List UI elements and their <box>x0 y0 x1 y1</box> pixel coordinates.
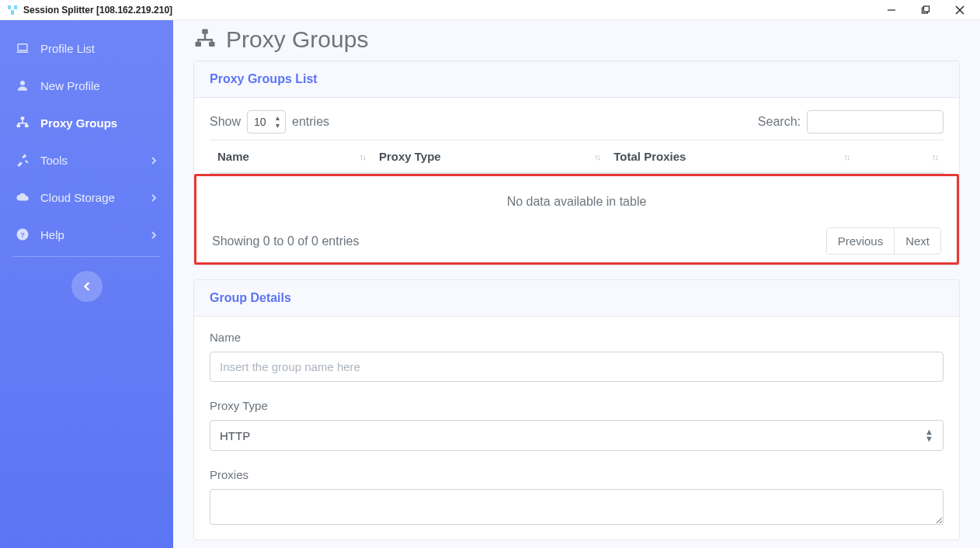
svg-rect-0 <box>8 5 11 9</box>
sidebar-item-cloud-storage[interactable]: Cloud Storage <box>0 179 173 216</box>
select-caret-icon: ▲▼ <box>925 428 933 442</box>
main-content: Proxy Groups Proxy Groups List Show 10 ▴… <box>173 20 980 548</box>
sort-icon: ↑↓ <box>594 152 599 161</box>
group-details-card: Group Details Name Proxy Type HTTP ▲▼ Pr… <box>193 279 960 540</box>
close-icon <box>955 5 964 15</box>
sidebar-item-profile-list[interactable]: Profile List <box>0 29 173 67</box>
sidebar-item-tools[interactable]: Tools <box>0 141 173 179</box>
svg-rect-18 <box>209 41 215 46</box>
svg-point-10 <box>20 81 25 85</box>
sidebar-item-label: Proxy Groups <box>40 116 117 130</box>
proxy-type-select[interactable]: HTTP ▲▼ <box>210 420 944 451</box>
svg-rect-16 <box>202 29 208 33</box>
chevron-right-icon <box>150 228 158 241</box>
window-minimize-button[interactable] <box>874 0 909 20</box>
svg-rect-13 <box>25 124 29 127</box>
svg-rect-8 <box>18 44 27 50</box>
column-name[interactable]: Name↑↓ <box>210 140 371 174</box>
proxy-groups-list-card: Proxy Groups List Show 10 ▴▾ entries <box>193 61 960 265</box>
user-icon <box>16 78 30 92</box>
page-title: Proxy Groups <box>226 26 368 53</box>
sidebar-item-label: Cloud Storage <box>40 191 115 204</box>
sidebar-item-proxy-groups[interactable]: Proxy Groups <box>0 104 173 141</box>
window-maximize-button[interactable] <box>909 0 943 20</box>
svg-rect-5 <box>924 6 930 12</box>
sidebar-item-label: New Profile <box>40 79 100 92</box>
sidebar-item-new-profile[interactable]: New Profile <box>0 67 173 104</box>
tools-icon <box>16 153 30 167</box>
chevron-right-icon <box>150 154 158 167</box>
search-input[interactable] <box>807 110 944 134</box>
highlighted-region: No data available in table Showing 0 to … <box>194 174 959 265</box>
sidebar-item-label: Profile List <box>40 42 95 55</box>
search-label: Search: <box>758 115 801 129</box>
page-header: Proxy Groups <box>193 20 960 61</box>
column-total-proxies[interactable]: Total Proxies↑↓ <box>606 140 855 174</box>
pagination: Previous Next <box>826 227 941 255</box>
next-button[interactable]: Next <box>894 228 940 254</box>
sidebar-item-label: Tools <box>40 154 68 167</box>
show-label: Show <box>210 115 241 129</box>
name-label: Name <box>210 331 944 344</box>
sidebar-item-label: Help <box>40 228 64 241</box>
minimize-icon <box>887 5 896 15</box>
window-titlebar: Session Splitter [108.162.219.210] <box>0 0 980 20</box>
card-title: Proxy Groups List <box>194 61 959 98</box>
window-close-button[interactable] <box>943 0 977 20</box>
column-actions[interactable]: ↑↓ <box>856 140 944 174</box>
sidebar-item-help[interactable]: ? Help <box>0 216 173 253</box>
chevron-left-icon <box>82 282 92 291</box>
sidebar-divider <box>12 256 161 257</box>
table-info: Showing 0 to 0 of 0 entries <box>212 234 359 248</box>
proxies-textarea[interactable] <box>210 489 944 525</box>
column-proxy-type[interactable]: Proxy Type↑↓ <box>371 140 606 174</box>
svg-rect-12 <box>17 124 21 127</box>
sort-icon: ↑↓ <box>844 152 850 161</box>
window-title: Session Splitter [108.162.219.210] <box>23 5 172 16</box>
entries-label: entries <box>292 115 329 129</box>
sort-icon: ↑↓ <box>360 152 365 161</box>
svg-text:?: ? <box>20 231 25 239</box>
proxy-groups-table: Name↑↓ Proxy Type↑↓ Total Proxies↑↓ ↑↓ <box>210 140 944 174</box>
previous-button[interactable]: Previous <box>827 228 894 254</box>
app-icon <box>6 4 19 16</box>
sort-icon: ↑↓ <box>932 152 937 161</box>
network-icon <box>16 116 30 130</box>
proxy-type-label: Proxy Type <box>210 399 944 412</box>
proxy-type-value: HTTP <box>220 429 250 442</box>
chevron-right-icon <box>150 191 158 204</box>
entries-select[interactable]: 10 <box>247 110 286 134</box>
group-name-input[interactable] <box>210 352 944 382</box>
proxies-label: Proxies <box>210 468 944 481</box>
svg-rect-17 <box>196 41 202 46</box>
svg-rect-1 <box>14 5 17 9</box>
maximize-icon <box>921 5 930 15</box>
sidebar: Profile List New Profile Proxy Groups To… <box>0 20 173 548</box>
laptop-icon <box>16 41 30 55</box>
network-icon <box>193 27 217 53</box>
card-title: Group Details <box>194 280 959 317</box>
cloud-icon <box>16 190 30 204</box>
sidebar-collapse-button[interactable] <box>71 271 103 302</box>
svg-rect-2 <box>11 10 14 15</box>
help-icon: ? <box>16 227 30 241</box>
no-data-message: No data available in table <box>196 176 957 227</box>
svg-rect-11 <box>21 117 25 120</box>
